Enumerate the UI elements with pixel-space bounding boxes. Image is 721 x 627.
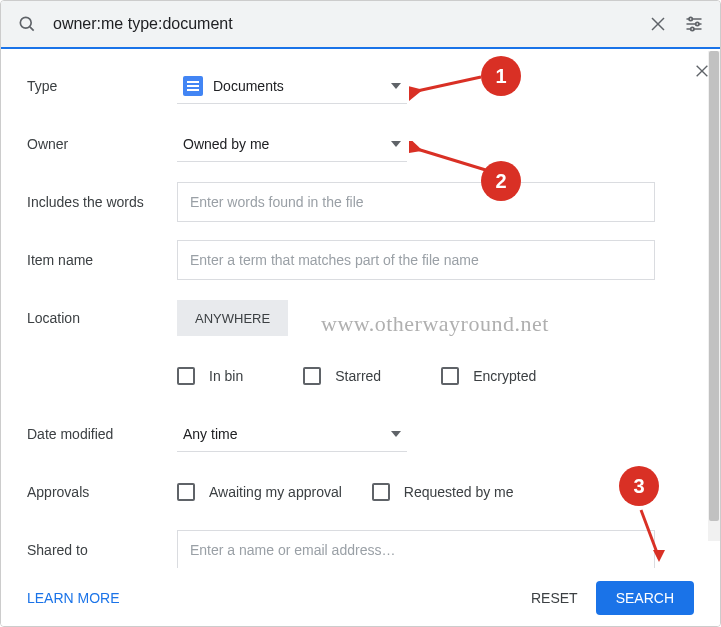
location-label: Location — [27, 310, 177, 326]
search-bar — [1, 1, 720, 49]
encrypted-checkbox[interactable]: Encrypted — [441, 367, 536, 385]
type-dropdown[interactable]: Documents — [177, 68, 407, 104]
date-modified-label: Date modified — [27, 426, 177, 442]
owner-dropdown[interactable]: Owned by me — [177, 126, 407, 162]
svg-line-12 — [417, 77, 481, 91]
watermark-text: www.otherwayround.net — [321, 311, 549, 337]
annotation-badge-2: 2 — [481, 161, 521, 201]
approvals-label: Approvals — [27, 484, 177, 500]
type-value: Documents — [213, 78, 391, 94]
location-button[interactable]: ANYWHERE — [177, 300, 288, 336]
tune-icon[interactable] — [676, 6, 712, 42]
in-bin-label: In bin — [209, 368, 243, 384]
checkbox-box — [372, 483, 390, 501]
item-name-input[interactable] — [177, 240, 655, 280]
item-name-label: Item name — [27, 252, 177, 268]
annotation-arrow-3 — [631, 506, 671, 566]
shared-to-label: Shared to — [27, 542, 177, 558]
clear-icon[interactable] — [640, 6, 676, 42]
date-modified-dropdown[interactable]: Any time — [177, 416, 407, 452]
includes-input[interactable] — [177, 182, 655, 222]
svg-point-7 — [689, 17, 692, 20]
chevron-down-icon — [391, 431, 401, 437]
awaiting-approval-checkbox[interactable]: Awaiting my approval — [177, 483, 342, 501]
scrollbar-thumb[interactable] — [709, 51, 719, 521]
svg-line-1 — [30, 27, 34, 31]
in-bin-checkbox[interactable]: In bin — [177, 367, 243, 385]
annotation-badge-3: 3 — [619, 466, 659, 506]
shared-to-input[interactable] — [177, 530, 655, 569]
includes-label: Includes the words — [27, 194, 177, 210]
advanced-search-panel: Type Documents Owner Owned by me Include… — [1, 49, 720, 569]
checkbox-box — [177, 483, 195, 501]
search-button[interactable]: SEARCH — [596, 581, 694, 615]
checkbox-box — [441, 367, 459, 385]
svg-point-9 — [691, 27, 694, 30]
chevron-down-icon — [391, 83, 401, 89]
svg-point-0 — [20, 17, 31, 28]
date-modified-value: Any time — [183, 426, 391, 442]
footer: LEARN MORE RESET SEARCH — [1, 568, 720, 626]
svg-line-13 — [417, 149, 489, 171]
starred-checkbox[interactable]: Starred — [303, 367, 381, 385]
scrollbar[interactable] — [708, 51, 720, 541]
search-input[interactable] — [45, 15, 640, 33]
checkbox-box — [177, 367, 195, 385]
type-label: Type — [27, 78, 177, 94]
learn-more-link[interactable]: LEARN MORE — [27, 590, 120, 606]
requested-by-me-checkbox[interactable]: Requested by me — [372, 483, 514, 501]
encrypted-label: Encrypted — [473, 368, 536, 384]
search-icon[interactable] — [9, 6, 45, 42]
awaiting-label: Awaiting my approval — [209, 484, 342, 500]
svg-point-8 — [696, 22, 699, 25]
owner-label: Owner — [27, 136, 177, 152]
annotation-badge-1: 1 — [481, 56, 521, 96]
owner-value: Owned by me — [183, 136, 391, 152]
checkbox-box — [303, 367, 321, 385]
requested-label: Requested by me — [404, 484, 514, 500]
reset-button[interactable]: RESET — [513, 582, 596, 614]
starred-label: Starred — [335, 368, 381, 384]
docs-icon — [183, 76, 203, 96]
chevron-down-icon — [391, 141, 401, 147]
annotation-arrow-1 — [409, 67, 489, 101]
